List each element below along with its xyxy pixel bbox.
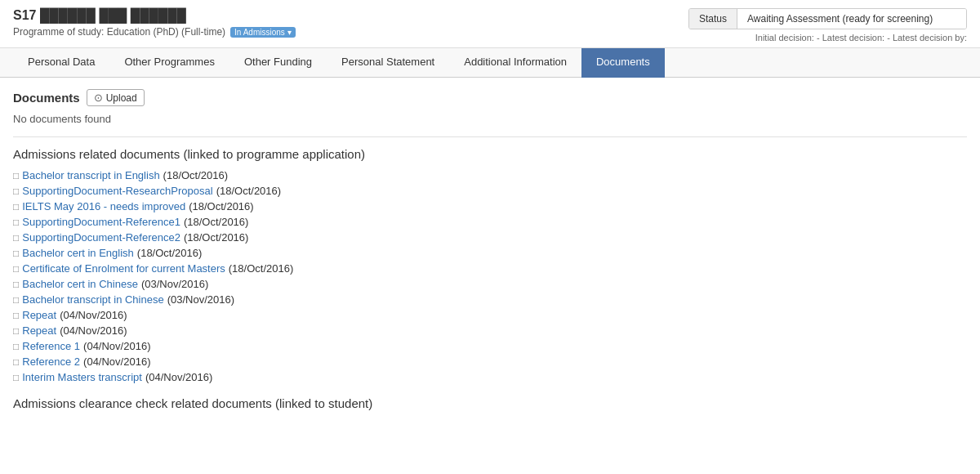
tab-other-programmes[interactable]: Other Programmes xyxy=(109,48,229,78)
doc-date: (18/Oct/2016) xyxy=(184,231,249,244)
doc-date: (04/Nov/2016) xyxy=(145,371,212,383)
doc-item: □ Reference 1 (04/Nov/2016) xyxy=(13,340,967,352)
doc-link[interactable]: Bachelor cert in Chinese xyxy=(22,278,138,290)
clearance-section-title: Admissions clearance check related docum… xyxy=(13,396,967,410)
tab-personal-data[interactable]: Personal Data xyxy=(13,48,109,78)
doc-link[interactable]: SupportingDocument-ResearchProposal xyxy=(22,185,212,197)
tab-personal-statement[interactable]: Personal Statement xyxy=(327,48,449,78)
doc-item: □ Reference 2 (04/Nov/2016) xyxy=(13,356,967,368)
doc-date: (18/Oct/2016) xyxy=(229,262,294,275)
doc-icon: □ xyxy=(13,341,19,352)
doc-icon: □ xyxy=(13,325,19,337)
admissions-badge[interactable]: In Admissions ▾ xyxy=(230,27,295,38)
doc-item: □ Repeat (04/Nov/2016) xyxy=(13,324,967,337)
upload-icon: ⊙ xyxy=(94,92,103,104)
doc-date: (18/Oct/2016) xyxy=(163,169,229,181)
doc-icon: □ xyxy=(13,263,19,275)
doc-link[interactable]: Bachelor transcript in Chinese xyxy=(22,293,163,306)
doc-link[interactable]: Reference 2 xyxy=(22,356,80,368)
doc-icon: □ xyxy=(13,248,19,259)
doc-icon: □ xyxy=(13,217,19,228)
doc-item: □ Bachelor cert in Chinese (03/Nov/2016) xyxy=(13,278,967,290)
doc-icon: □ xyxy=(13,294,19,306)
doc-icon: □ xyxy=(13,201,19,212)
doc-link[interactable]: Bachelor cert in English xyxy=(22,247,134,259)
doc-date: (18/Oct/2016) xyxy=(216,185,282,197)
tabs-bar: Personal Data Other Programmes Other Fun… xyxy=(0,48,980,78)
doc-link[interactable]: Interim Masters transcript xyxy=(22,371,142,383)
doc-date: (04/Nov/2016) xyxy=(60,324,127,337)
doc-date: (04/Nov/2016) xyxy=(83,356,150,368)
doc-date: (18/Oct/2016) xyxy=(184,216,249,228)
doc-icon: □ xyxy=(13,186,19,197)
doc-item: □ Interim Masters transcript (04/Nov/201… xyxy=(13,371,967,383)
doc-date: (03/Nov/2016) xyxy=(141,278,208,290)
doc-icon: □ xyxy=(13,356,19,368)
doc-icon: □ xyxy=(13,232,19,244)
programme-text: Programme of study: Education (PhD) (Ful… xyxy=(13,26,225,38)
doc-icon: □ xyxy=(13,170,19,181)
doc-link[interactable]: IELTS May 2016 - needs improved xyxy=(22,200,185,212)
doc-link[interactable]: SupportingDocument-Reference2 xyxy=(22,231,180,244)
doc-icon: □ xyxy=(13,279,19,290)
status-area: Status Awaiting Assessment (ready for sc… xyxy=(624,8,967,42)
tab-documents[interactable]: Documents xyxy=(581,48,665,78)
documents-header: Documents ⊙ Upload xyxy=(13,89,967,106)
doc-date: (03/Nov/2016) xyxy=(167,293,234,306)
doc-date: (04/Nov/2016) xyxy=(83,340,150,352)
doc-date: (18/Oct/2016) xyxy=(189,200,254,212)
document-list: □ Bachelor transcript in English (18/Oct… xyxy=(13,169,967,383)
doc-link[interactable]: SupportingDocument-Reference1 xyxy=(22,216,180,228)
status-row: Status Awaiting Assessment (ready for sc… xyxy=(688,8,967,29)
doc-item: □ Repeat (04/Nov/2016) xyxy=(13,309,967,321)
doc-link[interactable]: Certificate of Enrolment for current Mas… xyxy=(22,262,225,275)
doc-item: □ SupportingDocument-ResearchProposal (1… xyxy=(13,185,967,197)
status-label: Status xyxy=(689,9,737,29)
main-content: Documents ⊙ Upload No documents found Ad… xyxy=(0,78,980,422)
doc-item: □ Bachelor cert in English (18/Oct/2016) xyxy=(13,247,967,259)
programme-line: Programme of study: Education (PhD) (Ful… xyxy=(13,26,296,38)
status-value: Awaiting Assessment (ready for screening… xyxy=(737,9,966,29)
doc-link[interactable]: Repeat xyxy=(22,309,56,321)
doc-link[interactable]: Bachelor transcript in English xyxy=(22,169,159,181)
decision-line: Initial decision: - Latest decision: - L… xyxy=(755,33,967,42)
doc-icon: □ xyxy=(13,372,19,383)
no-docs-text: No documents found xyxy=(13,113,967,125)
tab-additional-information[interactable]: Additional Information xyxy=(449,48,581,78)
doc-item: □ SupportingDocument-Reference1 (18/Oct/… xyxy=(13,216,967,228)
doc-item: □ Bachelor transcript in Chinese (03/Nov… xyxy=(13,293,967,306)
doc-link[interactable]: Reference 1 xyxy=(22,340,80,352)
doc-item: □ SupportingDocument-Reference2 (18/Oct/… xyxy=(13,231,967,244)
admissions-section-title: Admissions related documents (linked to … xyxy=(13,147,967,161)
tab-other-funding[interactable]: Other Funding xyxy=(229,48,327,78)
doc-item: □ Bachelor transcript in English (18/Oct… xyxy=(13,169,967,181)
upload-button[interactable]: ⊙ Upload xyxy=(87,89,145,106)
doc-item: □ IELTS May 2016 - needs improved (18/Oc… xyxy=(13,200,967,212)
doc-date: (18/Oct/2016) xyxy=(137,247,203,259)
doc-date: (04/Nov/2016) xyxy=(60,309,127,321)
doc-item: □ Certificate of Enrolment for current M… xyxy=(13,262,967,275)
upload-label: Upload xyxy=(106,92,137,104)
page-title: S17 ██████ ███ ██████ xyxy=(13,8,296,23)
documents-title: Documents xyxy=(13,91,80,105)
doc-link[interactable]: Repeat xyxy=(22,324,56,337)
doc-icon: □ xyxy=(13,310,19,321)
divider xyxy=(13,136,967,137)
